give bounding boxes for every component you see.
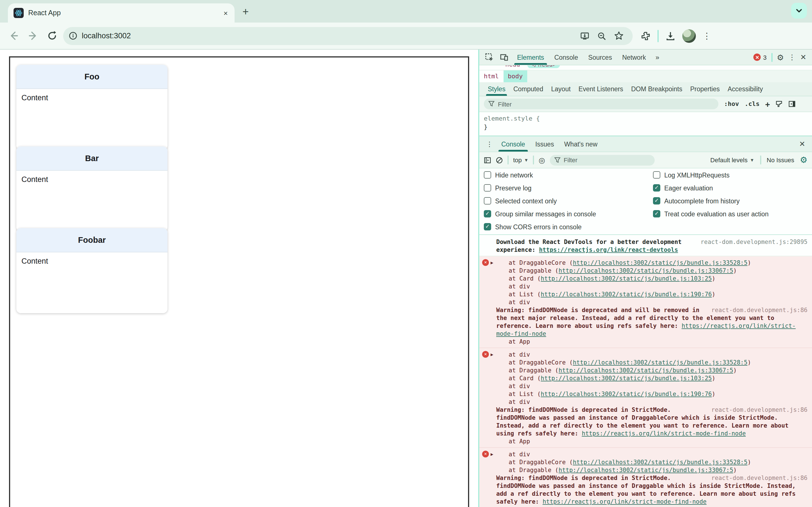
stack-source-link[interactable]: http://localhost:3002/static/js/bundle.j… xyxy=(559,466,733,473)
device-toolbar-icon[interactable] xyxy=(497,51,511,63)
stack-source-link[interactable]: http://localhost:3002/static/js/bundle.j… xyxy=(573,459,748,465)
styles-tab-properties[interactable]: Properties xyxy=(686,82,724,96)
more-tabs-icon[interactable]: » xyxy=(652,53,663,61)
stack-source-link[interactable]: http://localhost:3002/static/js/bundle.j… xyxy=(559,367,733,374)
source-link[interactable]: react-dom.development.js:86 xyxy=(711,474,808,482)
log-levels-selector[interactable]: Default levels▼ xyxy=(710,157,754,163)
profile-avatar[interactable] xyxy=(682,29,696,43)
error-count-badge[interactable]: ✕ 3 xyxy=(754,54,767,61)
bookmark-star-icon[interactable] xyxy=(614,31,624,41)
drawer-tab-console[interactable]: Console xyxy=(496,136,530,152)
toggle-sidebar-icon[interactable] xyxy=(789,100,796,108)
dom-tree-partial[interactable]: head </head> xyxy=(479,65,812,70)
url-text[interactable]: localhost:3002 xyxy=(82,32,576,40)
checkbox-checked[interactable]: ✓ xyxy=(653,197,660,205)
checkbox-checked[interactable]: ✓ xyxy=(484,210,491,217)
element-style-rule[interactable]: element.style { } xyxy=(479,112,812,136)
message-link[interactable]: https://reactjs.org/link/strict-mode-fin… xyxy=(543,498,707,505)
browser-tab[interactable]: React App × xyxy=(8,3,235,22)
issues-counter[interactable]: No Issues xyxy=(767,157,794,163)
checkbox-checked[interactable]: ✓ xyxy=(653,210,660,217)
checkbox[interactable] xyxy=(484,197,491,205)
breadcrumb-body[interactable]: body xyxy=(503,70,527,82)
checkbox-checked[interactable]: ✓ xyxy=(484,223,491,230)
devtools-close-icon[interactable]: ✕ xyxy=(800,53,806,61)
inspect-element-icon[interactable] xyxy=(483,51,496,63)
checkbox[interactable] xyxy=(484,171,491,179)
extensions-puzzle-icon[interactable] xyxy=(641,31,651,41)
devtools-tab-console[interactable]: Console xyxy=(549,50,583,65)
stack-source-link[interactable]: http://localhost:3002/static/js/bundle.j… xyxy=(559,267,733,274)
back-button[interactable] xyxy=(6,28,21,44)
browser-menu-icon[interactable]: ⋮ xyxy=(703,31,711,41)
expand-icon[interactable]: ▶ xyxy=(491,259,493,267)
stack-source-link[interactable]: http://localhost:3002/static/js/bundle.j… xyxy=(541,375,712,381)
toggle-classes-button[interactable]: .cls xyxy=(745,100,760,108)
rendering-emulation-icon[interactable] xyxy=(776,100,783,108)
toolbar-separator xyxy=(658,30,659,42)
drawer-menu-icon[interactable]: ⋮ xyxy=(483,140,496,148)
styles-tab-accessibility[interactable]: Accessibility xyxy=(724,82,767,96)
card-foo[interactable]: Foo Content xyxy=(16,65,167,150)
console-filter-input[interactable]: Filter xyxy=(550,155,654,165)
expand-icon[interactable]: ▶ xyxy=(491,451,493,459)
card-bar[interactable]: Bar Content xyxy=(16,147,167,231)
console-sidebar-icon[interactable] xyxy=(484,156,491,164)
drawer-tab-what-s-new[interactable]: What's new xyxy=(559,136,603,152)
checkbox[interactable] xyxy=(484,184,491,191)
stack-source-link[interactable]: http://localhost:3002/static/js/bundle.j… xyxy=(541,291,712,297)
styles-tab-dom-breakpoints[interactable]: DOM Breakpoints xyxy=(627,82,686,96)
checkbox-checked[interactable]: ✓ xyxy=(653,184,660,191)
styles-tab-computed[interactable]: Computed xyxy=(509,82,547,96)
stack-function: at DraggableCore xyxy=(509,459,566,465)
new-tab-button[interactable]: + xyxy=(243,6,249,18)
install-app-icon[interactable] xyxy=(580,31,589,40)
devtools-settings-icon[interactable]: ⚙ xyxy=(777,53,784,62)
app-root-border: Foo Content Bar Content Foobar Content xyxy=(9,56,469,507)
forward-button[interactable] xyxy=(25,28,41,44)
clear-console-icon[interactable] xyxy=(496,156,503,164)
zoom-out-icon[interactable] xyxy=(597,31,606,40)
context-selector[interactable]: top▼ xyxy=(513,157,528,163)
message-link[interactable]: https://reactjs.org/link/react-devtools xyxy=(539,246,678,253)
new-style-rule-button[interactable]: + xyxy=(765,100,770,108)
styles-tab-event-listeners[interactable]: Event Listeners xyxy=(574,82,627,96)
console-settings-icon[interactable]: ⚙ xyxy=(800,155,808,165)
reload-button[interactable] xyxy=(44,28,60,44)
source-link[interactable]: react-dom.development.js:29895 xyxy=(701,238,808,245)
toggle-hover-state-button[interactable]: :hov xyxy=(724,100,739,108)
card-header[interactable]: Foo xyxy=(16,65,167,89)
breadcrumb-html[interactable]: html xyxy=(479,70,503,82)
window-chevron-button[interactable] xyxy=(791,3,807,18)
card-header[interactable]: Foobar xyxy=(16,228,167,252)
drawer-tab-issues[interactable]: Issues xyxy=(530,136,559,152)
card-foobar[interactable]: Foobar Content xyxy=(16,228,167,313)
stack-source-link[interactable]: http://localhost:3002/static/js/bundle.j… xyxy=(541,506,712,507)
tab-close-icon[interactable]: × xyxy=(222,9,229,17)
stack-source-link[interactable]: http://localhost:3002/static/js/bundle.j… xyxy=(541,390,712,397)
devtools-tab-sources[interactable]: Sources xyxy=(583,50,617,65)
stack-source-link[interactable]: http://localhost:3002/static/js/bundle.j… xyxy=(573,259,748,266)
devtools-menu-icon[interactable]: ⋮ xyxy=(788,53,796,61)
url-bar[interactable]: localhost:3002 xyxy=(63,27,633,45)
message-body: react-dom.development.js:86Warning: find… xyxy=(496,474,808,505)
live-expression-icon[interactable]: ◎ xyxy=(539,156,545,164)
expand-icon[interactable]: ▶ xyxy=(491,351,493,359)
drawer-close-icon[interactable]: ✕ xyxy=(799,140,809,148)
styles-tab-layout[interactable]: Layout xyxy=(547,82,574,96)
stack-source-link[interactable]: http://localhost:3002/static/js/bundle.j… xyxy=(541,275,712,282)
message-link[interactable]: https://reactjs.org/link/strict-mode-fin… xyxy=(581,430,746,437)
checkbox[interactable] xyxy=(653,171,660,179)
downloads-icon[interactable] xyxy=(665,31,675,41)
source-link[interactable]: react-dom.development.js:86 xyxy=(711,306,808,314)
devtools-panel: ElementsConsoleSourcesNetwork » ✕ 3 ⚙ ⋮ … xyxy=(478,50,812,507)
devtools-tab-network[interactable]: Network xyxy=(617,50,651,65)
stack-function: at Card xyxy=(509,375,534,381)
styles-tab-styles[interactable]: Styles xyxy=(484,82,509,96)
source-link[interactable]: react-dom.development.js:86 xyxy=(711,406,808,413)
card-header[interactable]: Bar xyxy=(16,147,167,171)
site-info-icon[interactable] xyxy=(69,32,77,40)
styles-filter-input[interactable]: Filter xyxy=(484,99,718,109)
devtools-tab-elements[interactable]: Elements xyxy=(512,50,549,65)
stack-source-link[interactable]: http://localhost:3002/static/js/bundle.j… xyxy=(573,359,748,365)
